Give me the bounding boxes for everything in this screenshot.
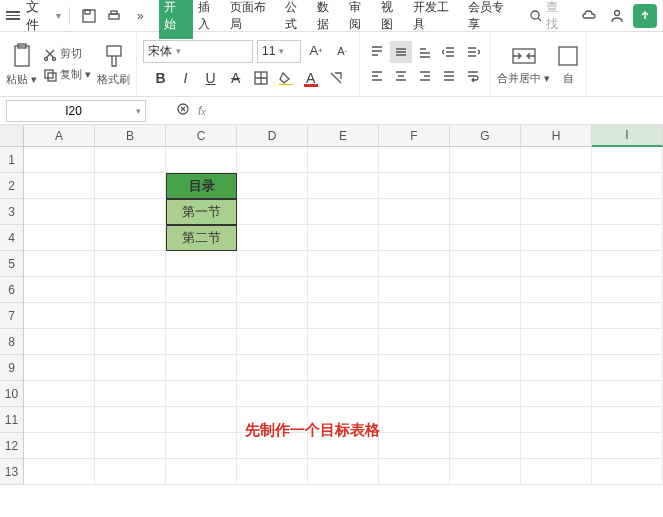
row-header[interactable]: 2 [0, 173, 24, 199]
cell[interactable] [24, 381, 95, 407]
cell[interactable] [308, 199, 379, 225]
cell[interactable] [24, 459, 95, 485]
cell[interactable] [379, 355, 450, 381]
cell[interactable] [521, 147, 592, 173]
row-header[interactable]: 4 [0, 225, 24, 251]
cell[interactable] [237, 329, 308, 355]
cell[interactable] [237, 173, 308, 199]
column-header[interactable]: G [450, 125, 521, 147]
cell[interactable] [308, 355, 379, 381]
cell[interactable] [95, 433, 166, 459]
cut-button[interactable]: 剪切 [43, 46, 91, 61]
cell[interactable] [592, 355, 663, 381]
indent-left-icon[interactable] [438, 41, 460, 63]
row-header[interactable]: 7 [0, 303, 24, 329]
cell[interactable] [521, 173, 592, 199]
format-painter-button[interactable]: 格式刷 [97, 32, 130, 96]
cell[interactable] [166, 251, 237, 277]
cell[interactable] [308, 381, 379, 407]
row-header[interactable]: 11 [0, 407, 24, 433]
cell[interactable] [450, 433, 521, 459]
cell[interactable] [592, 459, 663, 485]
cell[interactable] [379, 147, 450, 173]
cell[interactable] [95, 407, 166, 433]
share-button[interactable] [633, 4, 657, 28]
cell[interactable] [379, 407, 450, 433]
cell[interactable] [166, 329, 237, 355]
cancel-formula-icon[interactable] [176, 102, 190, 119]
underline-button[interactable]: U [200, 67, 222, 89]
cell[interactable] [521, 199, 592, 225]
cell[interactable] [521, 277, 592, 303]
strike-button[interactable]: A [225, 67, 247, 89]
border-button[interactable] [250, 67, 272, 89]
cell[interactable] [237, 199, 308, 225]
cell[interactable] [24, 251, 95, 277]
cell[interactable]: 第一节 [166, 199, 237, 225]
align-top-icon[interactable] [366, 41, 388, 63]
cell[interactable] [95, 277, 166, 303]
merge-button[interactable]: 合并居中 ▾ [497, 32, 550, 96]
cell[interactable] [379, 381, 450, 407]
column-header[interactable]: A [24, 125, 95, 147]
cell[interactable] [450, 251, 521, 277]
cell[interactable] [379, 329, 450, 355]
cell[interactable] [521, 225, 592, 251]
cell[interactable] [166, 355, 237, 381]
search-box[interactable]: 查找 [529, 0, 570, 33]
cell[interactable] [521, 433, 592, 459]
fill-color-button[interactable] [275, 67, 297, 89]
align-justify-icon[interactable] [438, 65, 460, 87]
cell[interactable] [237, 381, 308, 407]
cell[interactable] [592, 251, 663, 277]
cell[interactable] [308, 173, 379, 199]
column-header[interactable]: E [308, 125, 379, 147]
cell[interactable] [24, 303, 95, 329]
cell[interactable] [521, 355, 592, 381]
cell[interactable] [237, 303, 308, 329]
cell[interactable] [592, 381, 663, 407]
cell[interactable] [308, 277, 379, 303]
row-header[interactable]: 10 [0, 381, 24, 407]
cell[interactable] [592, 329, 663, 355]
cell[interactable] [308, 251, 379, 277]
row-header[interactable]: 3 [0, 199, 24, 225]
font-size-select[interactable]: 11▾ [257, 40, 301, 63]
cloud-icon[interactable] [577, 4, 601, 28]
wrap-text-icon[interactable] [462, 65, 484, 87]
cell[interactable] [521, 251, 592, 277]
cell[interactable] [308, 459, 379, 485]
row-header[interactable]: 6 [0, 277, 24, 303]
cell[interactable] [450, 381, 521, 407]
row-header[interactable]: 8 [0, 329, 24, 355]
cell[interactable] [95, 173, 166, 199]
row-header[interactable]: 5 [0, 251, 24, 277]
cell[interactable] [237, 459, 308, 485]
cell[interactable] [450, 329, 521, 355]
row-header[interactable]: 1 [0, 147, 24, 173]
column-header[interactable]: H [521, 125, 592, 147]
cell[interactable] [592, 225, 663, 251]
cell[interactable] [24, 277, 95, 303]
cell[interactable] [308, 225, 379, 251]
cell[interactable] [24, 199, 95, 225]
cell[interactable] [24, 329, 95, 355]
cell[interactable] [24, 173, 95, 199]
cell[interactable] [237, 355, 308, 381]
column-header[interactable]: B [95, 125, 166, 147]
cell[interactable] [95, 147, 166, 173]
cell[interactable] [379, 459, 450, 485]
cell[interactable] [450, 303, 521, 329]
column-header[interactable]: I [592, 125, 663, 147]
cell[interactable] [95, 381, 166, 407]
user-icon[interactable] [605, 4, 629, 28]
cell[interactable] [24, 355, 95, 381]
clear-format-button[interactable] [325, 67, 347, 89]
cell[interactable] [308, 147, 379, 173]
cell[interactable] [450, 277, 521, 303]
cell[interactable] [450, 147, 521, 173]
indent-right-icon[interactable] [462, 41, 484, 63]
name-box-input[interactable] [11, 104, 136, 118]
cell[interactable] [521, 407, 592, 433]
select-all-corner[interactable] [0, 125, 24, 147]
